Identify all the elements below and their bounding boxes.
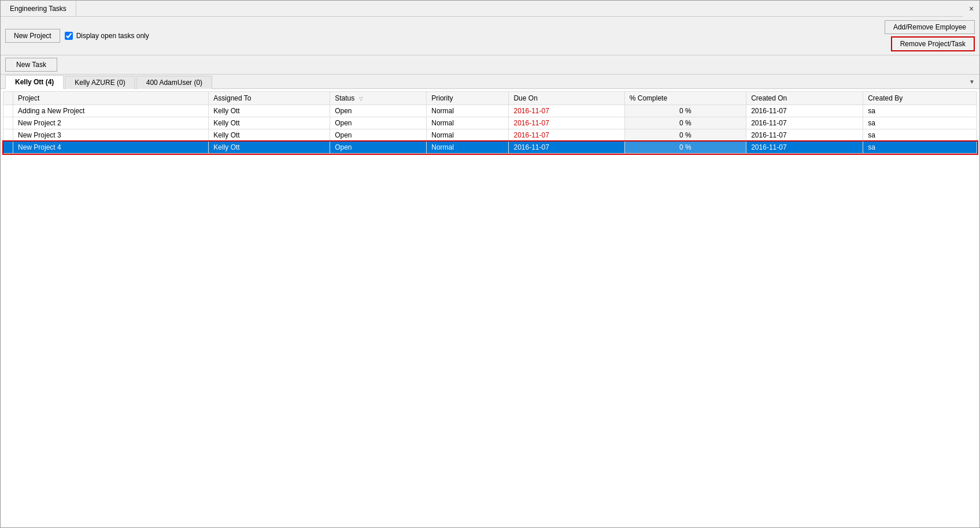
cell-created-by: sa	[863, 142, 977, 154]
cell-priority: Normal	[427, 142, 509, 154]
cell-pct-complete: 0 %	[624, 105, 746, 117]
cell-priority: Normal	[427, 129, 509, 142]
table-header-row: Project Assigned To Status ▽ Priority Du…	[3, 92, 977, 105]
cell-project: New Project 3	[13, 129, 209, 142]
main-window: Engineering Tasks × New Project Display …	[0, 0, 980, 528]
cell-status: Open	[330, 142, 427, 154]
display-open-tasks-checkbox[interactable]	[65, 32, 73, 40]
display-open-tasks-label[interactable]: Display open tasks only	[65, 32, 149, 40]
tab-adam-user[interactable]: 400 AdamUser (0)	[136, 76, 212, 89]
row-indicator-cell	[3, 129, 13, 142]
cell-created-by: sa	[863, 129, 977, 142]
cell-status: Open	[330, 117, 427, 129]
col-assigned-to: Assigned To	[209, 92, 330, 105]
cell-assigned-to: Kelly Ott	[209, 117, 330, 129]
cell-due-on: 2016-11-07	[509, 142, 624, 154]
tab-kelly-ott[interactable]: Kelly Ott (4)	[5, 75, 64, 89]
cell-created-on: 2016-11-07	[746, 142, 863, 154]
row-indicator-cell	[3, 117, 13, 129]
table-row[interactable]: Adding a New ProjectKelly OttOpenNormal2…	[3, 105, 977, 117]
window-title: Engineering Tasks	[10, 5, 66, 13]
col-pct-complete: % Complete	[624, 92, 746, 105]
new-task-button[interactable]: New Task	[5, 58, 57, 72]
tab-kelly-azure-label: Kelly AZURE (0)	[75, 79, 125, 87]
cell-created-by: sa	[863, 117, 977, 129]
status-sort-icon: ▽	[359, 96, 363, 102]
title-bar-left: Engineering Tasks	[1, 1, 76, 16]
cell-created-on: 2016-11-07	[746, 129, 863, 142]
new-project-button[interactable]: New Project	[5, 29, 60, 43]
new-task-row: New Task	[1, 55, 979, 75]
remove-project-task-button[interactable]: Remove Project/Task	[891, 36, 975, 51]
cell-assigned-to: Kelly Ott	[209, 105, 330, 117]
cell-pct-complete: 0 %	[624, 129, 746, 142]
window-title-tab: Engineering Tasks	[1, 1, 76, 16]
table-row[interactable]: New Project 4Kelly OttOpenNormal2016-11-…	[3, 142, 977, 154]
col-project: Project	[13, 92, 209, 105]
cell-due-on: 2016-11-07	[509, 117, 624, 129]
cell-pct-complete: 0 %	[624, 142, 746, 154]
col-status[interactable]: Status ▽	[330, 92, 427, 105]
tab-kelly-azure[interactable]: Kelly AZURE (0)	[65, 76, 135, 89]
table-row[interactable]: New Project 2Kelly OttOpenNormal2016-11-…	[3, 117, 977, 129]
close-button[interactable]: ×	[963, 1, 979, 17]
row-indicator-cell	[3, 142, 13, 154]
cell-created-on: 2016-11-07	[746, 117, 863, 129]
cell-priority: Normal	[427, 105, 509, 117]
col-due-on: Due On	[509, 92, 624, 105]
tab-adam-user-label: 400 AdamUser (0)	[146, 79, 202, 87]
col-indicator	[3, 92, 13, 105]
row-indicator-cell	[3, 105, 13, 117]
toolbar-left: New Project Display open tasks only	[5, 29, 149, 43]
col-created-by: Created By	[863, 92, 977, 105]
tab-kelly-ott-label: Kelly Ott (4)	[15, 78, 54, 86]
cell-pct-complete: 0 %	[624, 117, 746, 129]
cell-status: Open	[330, 129, 427, 142]
main-content: Project Assigned To Status ▽ Priority Du…	[1, 89, 979, 527]
cell-due-on: 2016-11-07	[509, 129, 624, 142]
cell-created-on: 2016-11-07	[746, 105, 863, 117]
cell-priority: Normal	[427, 117, 509, 129]
toolbar: New Project Display open tasks only Add/…	[1, 17, 979, 55]
toolbar-right: Add/Remove Employee Remove Project/Task	[885, 20, 975, 51]
col-created-on: Created On	[746, 92, 863, 105]
tab-dropdown-arrow[interactable]: ▼	[969, 79, 975, 85]
tabs-row: Kelly Ott (4) Kelly AZURE (0) 400 AdamUs…	[1, 75, 979, 89]
cell-status: Open	[330, 105, 427, 117]
cell-project: Adding a New Project	[13, 105, 209, 117]
cell-created-by: sa	[863, 105, 977, 117]
tasks-table: Project Assigned To Status ▽ Priority Du…	[3, 91, 977, 154]
cell-assigned-to: Kelly Ott	[209, 142, 330, 154]
cell-project: New Project 2	[13, 117, 209, 129]
cell-due-on: 2016-11-07	[509, 105, 624, 117]
cell-project: New Project 4	[13, 142, 209, 154]
display-open-tasks-text: Display open tasks only	[76, 32, 149, 40]
add-remove-employee-button[interactable]: Add/Remove Employee	[885, 20, 975, 34]
title-bar: Engineering Tasks ×	[1, 1, 979, 17]
table-body: Adding a New ProjectKelly OttOpenNormal2…	[3, 105, 977, 154]
table-row[interactable]: New Project 3Kelly OttOpenNormal2016-11-…	[3, 129, 977, 142]
cell-assigned-to: Kelly Ott	[209, 129, 330, 142]
col-priority: Priority	[427, 92, 509, 105]
